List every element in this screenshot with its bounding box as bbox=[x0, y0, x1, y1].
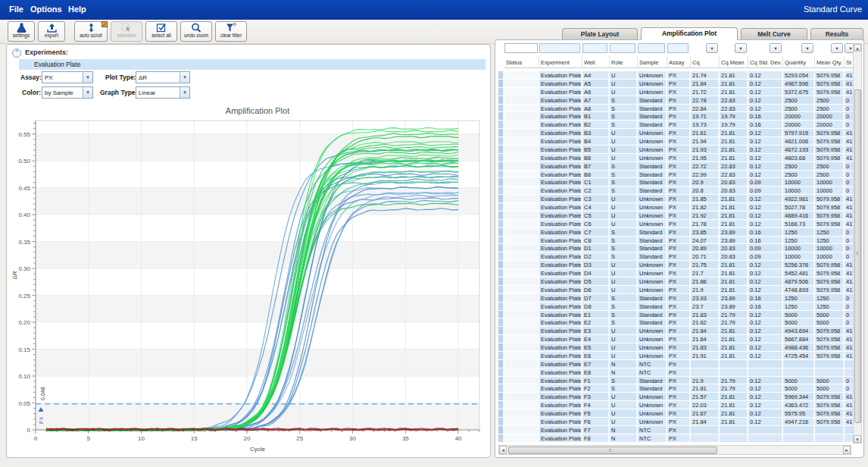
experiment-list-item[interactable]: Evaluation Plate bbox=[19, 59, 486, 70]
table-row[interactable]: Evaluation PlateC8SStandardPX24.0723.890… bbox=[498, 237, 854, 244]
table-row[interactable]: Evaluation PlateD7SStandardPX23.9323.890… bbox=[498, 294, 854, 302]
table-row[interactable]: Evaluation PlateB5UUnknownPX21.9321.810.… bbox=[498, 146, 854, 153]
table-row[interactable]: Evaluation PlateB1SStandardPX19.7119.790… bbox=[498, 112, 854, 120]
filter-input-role[interactable] bbox=[610, 43, 635, 53]
column-header-role[interactable]: Role bbox=[610, 56, 638, 68]
table-row[interactable]: Evaluation PlateD1SStandardPX20.8920.830… bbox=[498, 244, 854, 252]
table-row[interactable]: Evaluation PlateA5UUnknownPX21.8421.810.… bbox=[498, 80, 854, 87]
table-row[interactable]: Evaluation PlateE2SStandardPX21.6221.790… bbox=[498, 318, 854, 326]
table-row[interactable]: Evaluation PlateE4UUnknownPX21.6421.810.… bbox=[498, 335, 854, 343]
table-row[interactable]: Evaluation PlateE3UUnknownPX21.8421.810.… bbox=[498, 327, 854, 334]
assay-select[interactable]: PX ▼ bbox=[42, 71, 93, 83]
clear-filter-button[interactable]: clear filter bbox=[215, 21, 247, 42]
table-row[interactable]: Evaluation PlateD8SStandardPX23.723.890.… bbox=[498, 302, 854, 310]
filter-dropdown-cq-std-dev[interactable]: ▼ bbox=[770, 43, 782, 53]
scroll-left-arrow[interactable]: ◄ bbox=[499, 446, 507, 454]
export-button[interactable]: export bbox=[38, 21, 65, 42]
table-row[interactable]: Evaluation PlateB8SStandardPX22.9922.830… bbox=[498, 171, 854, 178]
table-row[interactable]: Evaluation PlateD2SStandardPX20.7120.830… bbox=[498, 252, 854, 260]
menu-options[interactable]: Options bbox=[30, 5, 62, 14]
table-row[interactable]: Evaluation PlateA4UUnknownPX21.7421.810.… bbox=[498, 71, 854, 79]
chevron-down-icon[interactable]: ▼ bbox=[83, 72, 92, 83]
undo-zoom-button[interactable]: undo zoom bbox=[180, 21, 212, 42]
horizontal-scrollbar[interactable]: ◄ ≡ ► bbox=[498, 445, 851, 455]
tab-plate-layout[interactable]: Plate Layout bbox=[562, 28, 638, 40]
auto-scroll-button[interactable]: ✓ auto scroll bbox=[74, 21, 108, 42]
table-row[interactable]: Evaluation PlateF8NNTCPX bbox=[498, 434, 854, 442]
table-row[interactable]: Evaluation PlateB6UUnknownPX21.9521.810.… bbox=[498, 154, 854, 161]
table-row[interactable]: Evaluation PlateA6UUnknownPX21.7221.810.… bbox=[498, 88, 854, 96]
table-row[interactable]: Evaluation PlateA8SStandardPX22.8422.830… bbox=[498, 105, 854, 112]
table-row[interactable]: Evaluation PlateE8NNTCPX bbox=[498, 368, 854, 376]
table-row[interactable]: Evaluation PlateC2SStandardPX20.820.830.… bbox=[498, 186, 854, 194]
tab-results[interactable]: Results bbox=[810, 28, 863, 40]
column-header-sample[interactable]: Sample bbox=[638, 56, 667, 68]
column-header-quantity[interactable]: Quantity bbox=[783, 56, 815, 68]
filter-input-experiment[interactable] bbox=[539, 43, 580, 53]
table-row[interactable]: Evaluation PlateD3UUnknownPX21.7521.810.… bbox=[498, 261, 854, 268]
filter-dropdown-cq-mean[interactable]: ▼ bbox=[735, 43, 747, 53]
filter-input-sample[interactable] bbox=[638, 43, 665, 53]
table-row[interactable]: Evaluation PlateD5UUnknownPX21.8621.810.… bbox=[498, 277, 854, 285]
table-row[interactable]: Evaluation PlateE7NNTCPX bbox=[498, 360, 854, 368]
table-row[interactable]: Evaluation PlateB4UUnknownPX21.9421.810.… bbox=[498, 137, 854, 145]
scroll-down-arrow[interactable]: ▼ bbox=[854, 435, 861, 443]
table-row[interactable]: Evaluation PlateA7SStandardPX22.7822.830… bbox=[498, 96, 854, 104]
table-row[interactable]: Evaluation PlateC4UUnknownPX21.8221.810.… bbox=[498, 203, 854, 211]
column-header-cq-mean[interactable]: Cq Mean bbox=[720, 56, 748, 68]
plot-type-select[interactable]: ΔR ▼ bbox=[136, 71, 190, 83]
column-header-well[interactable]: Well bbox=[582, 56, 610, 68]
table-row[interactable]: Evaluation PlateC3UUnknownPX21.8521.810.… bbox=[498, 195, 854, 202]
amplification-plot-chart[interactable]: Amplification PlotCycleΔR051015202530354… bbox=[10, 104, 489, 454]
color-select[interactable]: by Sample ▼ bbox=[42, 86, 93, 99]
graph-type-select[interactable]: Linear ▼ bbox=[136, 86, 190, 99]
table-row[interactable]: Evaluation PlateF7NNTCPX bbox=[498, 426, 854, 434]
filter-dropdown-mean-qty[interactable]: ▼ bbox=[831, 43, 843, 53]
settings-button[interactable]: settings bbox=[8, 21, 35, 42]
table-row[interactable]: Evaluation PlateF3UUnknownPX21.5721.810.… bbox=[498, 393, 854, 400]
column-header-mean-qty[interactable]: Mean Qty. bbox=[815, 56, 845, 68]
select-all-button[interactable]: select all bbox=[145, 21, 177, 42]
table-row[interactable]: Evaluation PlateF4UUnknownPX22.0321.810.… bbox=[498, 401, 854, 409]
scroll-right-arrow[interactable]: ► bbox=[843, 446, 851, 454]
table-row[interactable]: Evaluation PlateF6UUnknownPX21.8421.810.… bbox=[498, 418, 854, 425]
table-row[interactable]: Evaluation PlateD4UUnknownPX21.721.810.1… bbox=[498, 269, 854, 277]
chevron-down-icon[interactable]: ▼ bbox=[83, 87, 92, 98]
amplification-curve-C3[interactable] bbox=[46, 144, 458, 431]
column-header-status[interactable]: Status bbox=[504, 56, 539, 68]
table-row[interactable]: Evaluation PlateB3UUnknownPX21.6121.810.… bbox=[498, 129, 854, 136]
tab-melt-curve[interactable]: Melt Curve bbox=[741, 28, 807, 40]
filter-dropdown-quantity[interactable]: ▼ bbox=[801, 43, 813, 53]
table-row[interactable]: Evaluation PlateC6UUnknownPX21.7821.810.… bbox=[498, 220, 854, 227]
tab-amplification-plot[interactable]: Amplification Plot bbox=[641, 27, 738, 40]
table-row[interactable]: Evaluation PlateF2SStandardPX21.8121.790… bbox=[498, 384, 854, 392]
scroll-up-arrow[interactable]: ▲ bbox=[854, 44, 861, 52]
chevron-down-icon[interactable]: ▼ bbox=[180, 87, 189, 98]
menu-file[interactable]: File bbox=[9, 5, 23, 14]
filter-input-well[interactable] bbox=[582, 43, 607, 53]
vertical-scrollbar[interactable]: ▲ ≡ ▼ bbox=[853, 43, 862, 443]
table-row[interactable]: Evaluation PlateB7SStandardPX22.7222.830… bbox=[498, 162, 854, 170]
column-header-cq[interactable]: Cq bbox=[691, 56, 720, 68]
table-row[interactable]: Evaluation PlateC7SStandardPX23.8523.890… bbox=[498, 228, 854, 236]
chevron-down-icon[interactable]: ▼ bbox=[180, 72, 189, 83]
vertical-scroll-thumb[interactable]: ≡ bbox=[854, 89, 861, 423]
filter-input-assay[interactable] bbox=[667, 43, 688, 53]
table-row[interactable]: Evaluation PlateE5UUnknownPX21.8321.810.… bbox=[498, 343, 854, 351]
table-row[interactable]: Evaluation PlateF1SStandardPX21.921.790.… bbox=[498, 377, 854, 384]
table-row[interactable]: Evaluation PlateE1SStandardPX21.8321.790… bbox=[498, 311, 854, 318]
menu-help[interactable]: Help bbox=[68, 5, 86, 14]
table-row[interactable]: Evaluation PlateC5UUnknownPX21.9221.810.… bbox=[498, 212, 854, 219]
horizontal-scroll-thumb[interactable]: ≡ bbox=[508, 447, 717, 454]
table-row[interactable]: Evaluation PlateB2SStandardPX19.7319.790… bbox=[498, 121, 854, 128]
column-header-experiment[interactable]: Experiment bbox=[539, 56, 582, 68]
table-row[interactable]: Evaluation PlateC1SStandardPX20.920.830.… bbox=[498, 178, 854, 186]
column-header-assay[interactable]: Assay bbox=[667, 56, 691, 68]
column-header-cq-std-dev[interactable]: Cq Std. Dev. bbox=[748, 56, 783, 68]
table-row[interactable]: Evaluation PlateD6UUnknownPX21.921.810.1… bbox=[498, 286, 854, 293]
table-row[interactable]: Evaluation PlateF5UUnknownPX21.6721.810.… bbox=[498, 409, 854, 417]
filter-input-status[interactable] bbox=[504, 43, 538, 53]
filter-dropdown-cq[interactable]: ▼ bbox=[706, 43, 718, 53]
table-row[interactable]: Evaluation PlateE6UUnknownPX21.9121.810.… bbox=[498, 352, 854, 359]
collapse-experiments-button[interactable]: ⌃ bbox=[12, 49, 21, 58]
